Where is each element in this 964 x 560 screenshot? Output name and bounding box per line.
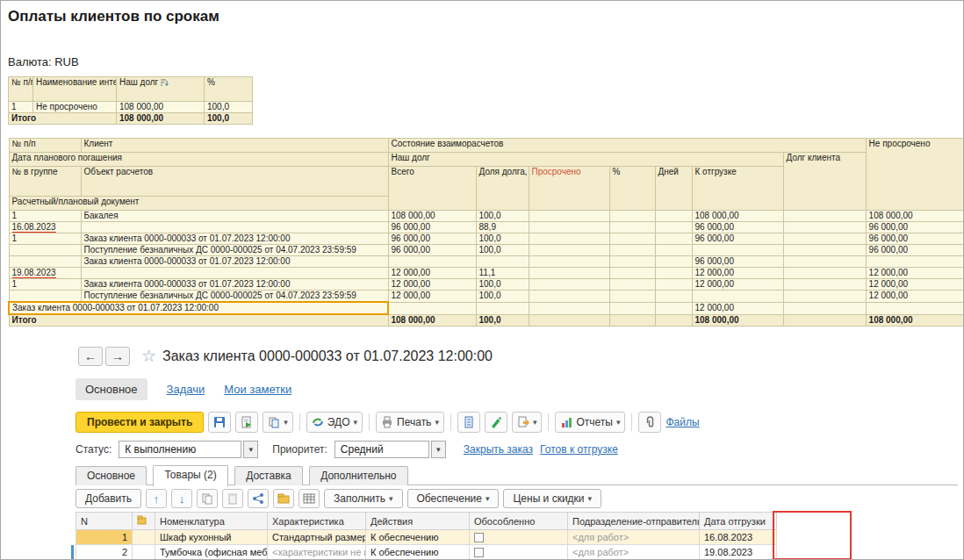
cell[interactable] (783, 268, 866, 279)
cell[interactable] (783, 233, 866, 245)
cell-characteristic[interactable]: <характеристики не исп... (268, 545, 366, 560)
cell-npp[interactable]: 1 (9, 233, 81, 245)
cell-total[interactable]: 96 000,00 (388, 233, 476, 245)
cell[interactable] (783, 302, 866, 314)
cell-object[interactable]: Заказ клиента 0000-000033 от 01.07.2023 … (81, 233, 388, 245)
cell[interactable] (529, 256, 609, 268)
cell[interactable] (655, 211, 692, 222)
paste-row-button[interactable] (222, 489, 243, 508)
cell-not-overdue[interactable]: 12 000,00 (866, 268, 964, 279)
col-characteristic[interactable]: Характеристика (268, 513, 366, 530)
tab-tasks[interactable]: Задачи (167, 383, 205, 396)
cell[interactable] (609, 211, 655, 222)
col-indicator[interactable] (133, 513, 155, 530)
cell[interactable] (783, 291, 866, 303)
tab-general[interactable]: Основное (76, 466, 147, 485)
cell[interactable] (655, 245, 692, 256)
summary-header-num[interactable]: № п/п (9, 77, 33, 102)
cell[interactable] (783, 245, 866, 256)
cell[interactable] (609, 291, 655, 303)
copy-row-button[interactable] (197, 489, 218, 508)
cell[interactable] (655, 302, 692, 314)
cell-ship[interactable]: 96 000,00 (692, 222, 783, 233)
cell-total[interactable]: 108 000,00 (388, 211, 476, 222)
cell-object[interactable]: Заказ клиента 0000-000033 от 01.07.2023 … (81, 279, 388, 291)
summary-header-pct[interactable]: % (205, 77, 253, 102)
cell-department[interactable]: <для работ> (568, 545, 700, 560)
header-pct[interactable]: % (609, 167, 655, 211)
header-total[interactable]: Всего (388, 167, 476, 211)
cell[interactable] (655, 233, 692, 245)
cell[interactable] (866, 302, 964, 314)
priority-dropdown-button[interactable]: ▾ (431, 441, 446, 458)
col-department[interactable]: Подразделение-отправитель (568, 513, 700, 530)
cell[interactable] (476, 302, 529, 314)
cell[interactable] (655, 256, 692, 268)
cell-share[interactable]: 11,1 (476, 268, 529, 279)
cell[interactable] (692, 245, 783, 256)
reports-button[interactable]: Отчеты▾ (555, 412, 625, 433)
cell[interactable] (655, 268, 692, 279)
col-n[interactable]: N (76, 513, 133, 530)
cell-ship[interactable]: 108 000,00 (692, 211, 783, 222)
load-from-file-button[interactable] (299, 489, 320, 508)
header-our-debt[interactable]: Наш долг (388, 153, 783, 167)
cell-not-overdue[interactable]: 108 000,00 (866, 211, 964, 222)
header-calc-object[interactable]: Объект расчетов (81, 167, 388, 197)
separate-checkbox[interactable] (474, 548, 484, 557)
cell[interactable] (609, 233, 655, 245)
col-ship-date[interactable]: Дата отгрузки (700, 513, 777, 530)
plan-date-value[interactable]: 19.08.2023 (12, 268, 56, 278)
cell-total[interactable]: 96 000,00 (388, 245, 476, 256)
header-client[interactable]: Клиент (81, 139, 388, 153)
cell-not-overdue[interactable]: 12 000,00 (866, 291, 964, 303)
cell-ship[interactable]: 96 000,00 (692, 256, 783, 268)
plan-date-value[interactable]: 16.08.2023 (12, 222, 56, 233)
structure-button[interactable] (457, 412, 480, 433)
cell-ship[interactable]: 12 000,00 (692, 279, 783, 291)
cell-date[interactable]: 19.08.2023 (9, 268, 81, 279)
cell[interactable] (609, 222, 655, 233)
cell[interactable] (783, 256, 866, 268)
cell[interactable] (529, 211, 609, 222)
header-days[interactable]: Дней (655, 167, 692, 211)
forward-button[interactable]: → (105, 347, 130, 366)
files-link[interactable]: Файлы (665, 416, 699, 428)
tab-goods[interactable]: Товары (2) (153, 465, 227, 486)
cell[interactable] (866, 256, 964, 268)
cell[interactable] (655, 314, 692, 327)
cell-object[interactable]: Бакалея (81, 211, 388, 222)
separate-checkbox[interactable] (474, 533, 484, 542)
copy-button[interactable]: ▾ (263, 412, 293, 433)
cell-ship[interactable]: 108 000,00 (692, 314, 783, 327)
header-npp[interactable]: № п/п (9, 139, 81, 153)
cell-total-label[interactable]: Итого (9, 113, 117, 125)
summary-header-debt[interactable]: Наш долг (117, 77, 205, 102)
edo-button[interactable]: ЭДО▾ (306, 412, 363, 433)
favorite-star-icon[interactable]: ☆ (141, 346, 156, 366)
cell[interactable] (529, 233, 609, 245)
cell-actions[interactable]: К обеспечению (366, 530, 470, 545)
selected-cell-document[interactable]: Заказ клиента 0000-000033 от 01.07.2023 … (9, 302, 388, 314)
cell-department[interactable]: <для работ> (568, 530, 700, 545)
cell-total-pct[interactable]: 100,0 (205, 113, 253, 125)
cell-total[interactable]: 108 000,00 (388, 314, 476, 327)
back-button[interactable]: ← (78, 347, 103, 366)
cell-row-number[interactable]: 1 (76, 530, 133, 545)
cell[interactable] (609, 302, 655, 314)
cell[interactable] (476, 256, 529, 268)
cell-npp[interactable]: 1 (9, 211, 81, 222)
cell-actions[interactable]: К обеспечению (366, 545, 470, 560)
cell-npp[interactable]: 1 (9, 279, 81, 291)
post-and-close-button[interactable]: Провести и закрыть (76, 412, 204, 433)
cell[interactable] (529, 314, 609, 327)
cell[interactable] (609, 256, 655, 268)
status-dropdown-button[interactable]: ▾ (243, 441, 258, 458)
cell-total[interactable]: 12 000,00 (388, 268, 476, 279)
summary-header-name[interactable]: Наименование интервала (33, 77, 117, 102)
cell[interactable] (783, 279, 866, 291)
header-client-debt[interactable]: Долг клиента (783, 153, 866, 211)
cell[interactable] (9, 245, 81, 256)
cell[interactable] (655, 222, 692, 233)
add-row-button[interactable]: Добавить (76, 489, 141, 508)
